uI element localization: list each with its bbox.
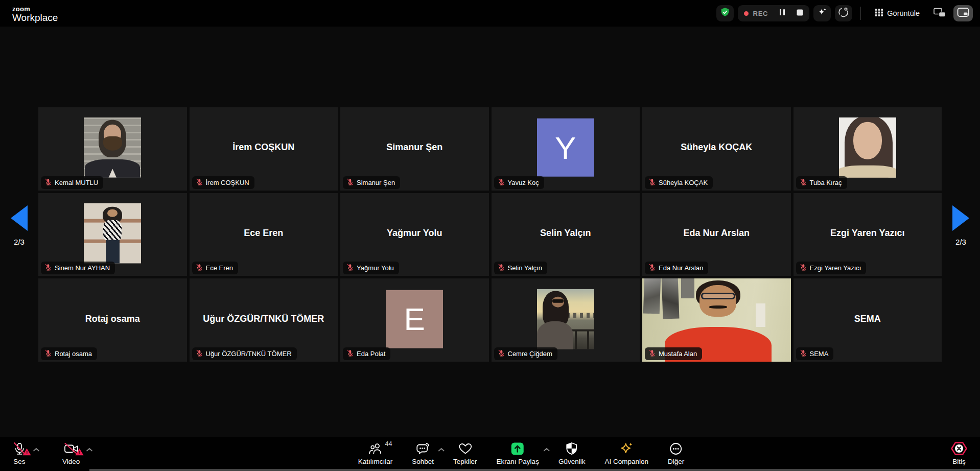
- participant-name-label: İrem COŞKUN: [192, 176, 254, 189]
- share-screen-button[interactable]: Ekranı Paylaş: [497, 441, 539, 465]
- participant-tile[interactable]: Ezgi Yaren YazıcıEzgi Yaren Yazıcı: [794, 193, 942, 276]
- end-meeting-button[interactable]: Bitiş: [950, 441, 968, 465]
- participant-tile[interactable]: EEda Polat: [340, 278, 489, 362]
- participant-name-label: Ece Eren: [192, 262, 238, 274]
- recording-indicator: REC: [738, 5, 809, 21]
- participant-name: Sinem Nur AYHAN: [55, 264, 110, 272]
- reactions-label: Tepkiler: [453, 458, 477, 465]
- chat-button[interactable]: Sohbet: [412, 441, 434, 465]
- view-label: Görüntüle: [887, 9, 920, 17]
- heart-icon: [457, 441, 473, 456]
- meeting-toolbar: ! Ses ! Video 44: [0, 437, 980, 471]
- participant-tile[interactable]: YYavuz Koç: [492, 107, 640, 191]
- participant-display-name: SEMA: [794, 314, 942, 324]
- svg-text:!: !: [26, 450, 28, 455]
- participant-name: Uğur ÖZGÜR/TNKÜ TÖMER: [206, 350, 292, 358]
- gallery-wrap: Kemal MUTLUİrem COŞKUNİrem COŞKUNSimanur…: [38, 27, 942, 437]
- participant-name-label: SEMA: [796, 347, 834, 360]
- participant-tile[interactable]: Simanur ŞenSimanur Şen: [340, 107, 489, 191]
- participant-tile[interactable]: Tuba Kıraç: [794, 107, 942, 191]
- participant-photo: [839, 117, 896, 178]
- chat-options-chevron[interactable]: [438, 445, 445, 453]
- ellipsis-icon: [668, 441, 684, 456]
- fullscreen-toggle-button[interactable]: [953, 5, 973, 21]
- pause-recording-button[interactable]: [779, 9, 785, 18]
- muted-mic-icon: [648, 264, 656, 272]
- muted-mic-icon: [44, 178, 52, 187]
- participants-label: Katılımcılar: [358, 458, 393, 465]
- muted-mic-icon: [800, 349, 807, 358]
- muted-mic-icon: [196, 178, 203, 187]
- participant-tile[interactable]: Süheyla KOÇAKSüheyla KOÇAK: [642, 107, 791, 191]
- ai-sparkle-button[interactable]: [813, 5, 831, 21]
- encryption-shield-button[interactable]: [716, 5, 734, 21]
- participant-name: Kemal MUTLU: [55, 179, 98, 186]
- muted-mic-icon: [346, 349, 354, 358]
- stop-recording-button[interactable]: [797, 9, 803, 18]
- participant-name-label: Eda Nur Arslan: [645, 262, 708, 274]
- participant-name-label: Sinem Nur AYHAN: [41, 262, 115, 274]
- muted-mic-icon: [800, 178, 807, 187]
- security-button[interactable]: Güvenlik: [558, 441, 586, 465]
- share-options-chevron[interactable]: [543, 445, 550, 453]
- participant-count-badge: 44: [385, 440, 392, 448]
- participant-name-label: Simanur Şen: [343, 176, 400, 189]
- next-page-arrow-icon[interactable]: [952, 205, 969, 231]
- rec-dot-icon: [744, 11, 749, 16]
- end-meeting-label: Bitiş: [952, 458, 966, 465]
- reactions-button[interactable]: Tepkiler: [453, 441, 477, 465]
- smart-capture-button[interactable]: [835, 5, 852, 21]
- muted-mic-icon: [346, 178, 354, 187]
- audio-button[interactable]: ! Ses: [12, 441, 27, 465]
- ai-companion-button[interactable]: AI Companion: [604, 441, 648, 465]
- participant-tile[interactable]: İrem COŞKUNİrem COŞKUN: [190, 107, 338, 191]
- participant-name-label: Süheyla KOÇAK: [645, 176, 713, 189]
- prev-page-rail: 2/3: [0, 20, 38, 431]
- video-button[interactable]: ! Video: [62, 441, 80, 465]
- participant-display-name: Uğur ÖZGÜR/TNKÜ TÖMER: [190, 314, 338, 324]
- svg-text:!: !: [79, 450, 80, 455]
- participant-tile[interactable]: Selin YalçınSelin Yalçın: [492, 193, 640, 276]
- muted-mic-icon: [196, 264, 203, 272]
- participant-name-label: Yavuz Koç: [494, 176, 544, 189]
- participant-tile[interactable]: Cemre Çiğdem: [492, 278, 640, 362]
- ai-companion-label: AI Companion: [604, 458, 648, 465]
- participant-tile[interactable]: Yağmur YoluYağmur Yolu: [340, 193, 489, 276]
- participant-tile[interactable]: Rotaj osamaRotaj osama: [38, 278, 187, 362]
- participants-button[interactable]: 44 Katılımcılar: [358, 441, 393, 465]
- view-button[interactable]: Görüntüle: [875, 9, 920, 18]
- muted-mic-icon: [498, 178, 505, 187]
- avatar-letter: Y: [555, 130, 576, 166]
- ai-sparkle-icon: [619, 441, 634, 456]
- muted-mic-icon: [196, 349, 203, 358]
- participant-display-name: İrem COŞKUN: [190, 142, 338, 153]
- more-label: Diğer: [668, 458, 684, 465]
- video-options-chevron[interactable]: [86, 445, 93, 453]
- participant-tile[interactable]: Uğur ÖZGÜR/TNKÜ TÖMERUğur ÖZGÜR/TNKÜ TÖM…: [190, 278, 338, 362]
- participant-name-label: Kemal MUTLU: [41, 176, 103, 189]
- participant-tile[interactable]: SEMASEMA: [794, 278, 942, 362]
- gallery-grid: Kemal MUTLUİrem COŞKUNİrem COŞKUNSimanur…: [38, 107, 942, 362]
- participant-name: Simanur Şen: [357, 179, 395, 186]
- audio-options-chevron[interactable]: [33, 445, 40, 453]
- sparkle-icon: [817, 7, 827, 19]
- participant-tile[interactable]: Eda Nur ArslanEda Nur Arslan: [642, 193, 791, 276]
- participant-tile[interactable]: Ece ErenEce Eren: [190, 193, 338, 276]
- participant-name: SEMA: [810, 350, 829, 358]
- meeting-main-area: 2/3 Kemal MUTLUİrem COŞKUNİrem COŞKUNSim…: [0, 27, 980, 437]
- audio-warning-icon: !: [22, 448, 31, 457]
- participant-name-label: Mustafa Alan: [645, 347, 702, 360]
- participant-name: Ece Eren: [206, 264, 233, 272]
- participant-tile[interactable]: Mustafa Alan: [642, 278, 791, 362]
- participant-tile[interactable]: Sinem Nur AYHAN: [38, 193, 187, 276]
- participant-tile[interactable]: Kemal MUTLU: [38, 107, 187, 191]
- more-button[interactable]: Diğer: [668, 441, 684, 465]
- audio-label: Ses: [13, 458, 25, 465]
- taskbar-edge: [89, 469, 980, 471]
- participant-name: Cemre Çiğdem: [508, 350, 552, 358]
- toolbar-end-group: Bitiş: [950, 441, 968, 465]
- minimize-window-button[interactable]: [930, 5, 949, 21]
- prev-page-arrow-icon[interactable]: [11, 205, 28, 231]
- participant-name: Tuba Kıraç: [810, 179, 842, 186]
- muted-mic-icon: [498, 349, 505, 358]
